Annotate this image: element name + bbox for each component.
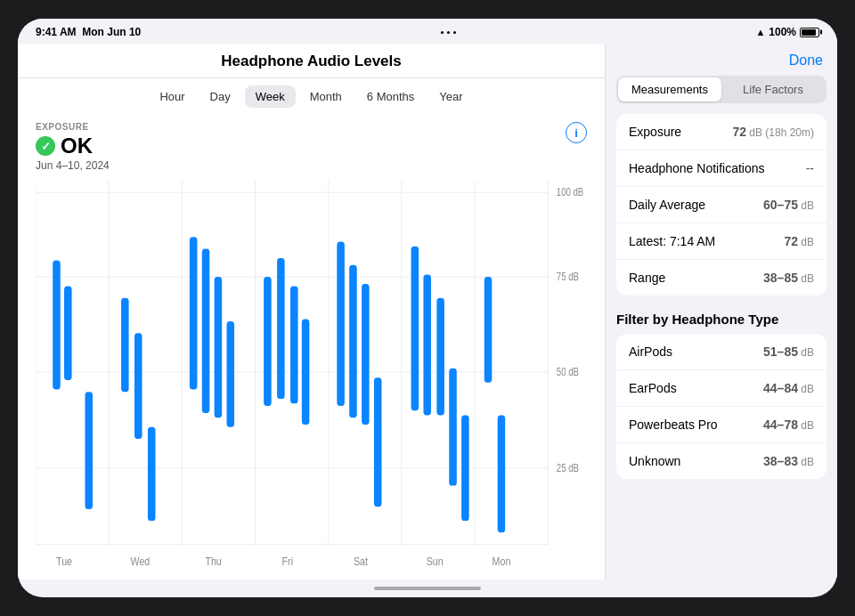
tab-day[interactable]: Day: [200, 85, 241, 108]
svg-rect-39: [461, 416, 469, 522]
seg-measurements[interactable]: Measurements: [618, 77, 721, 101]
exposure-ok-text: OK: [61, 134, 93, 158]
status-bar: 9:41 AM Mon Jun 10 ▲ 100%: [18, 19, 837, 44]
exposure-status-row: ✓ OK: [36, 134, 587, 158]
headphone-value-powerbeats: 44–78 dB: [763, 417, 814, 432]
svg-text:Thu: Thu: [205, 555, 221, 568]
svg-text:50 dB: 50 dB: [557, 366, 579, 377]
metric-value-notifications: --: [806, 161, 814, 175]
metric-row-daily-avg: Daily Average 60–75 dB: [616, 187, 826, 223]
metric-row-notifications: Headphone Notifications --: [616, 150, 826, 187]
metric-value-range: 38–85 dB: [763, 271, 814, 285]
time-tabs: Hour Day Week Month 6 Months Year: [18, 78, 605, 113]
headphone-row-airpods: AirPods 51–85 dB: [616, 334, 826, 370]
page-title-bar: Headphone Audio Levels: [18, 44, 605, 78]
metrics-card: Exposure 72 dB (18h 20m) Headphone Notif…: [616, 114, 826, 296]
headphone-value-unknown: 38–83 dB: [763, 454, 814, 468]
svg-rect-29: [290, 287, 298, 404]
chart-svg: 100 dB 75 dB 50 dB 25 dB: [36, 181, 587, 580]
metric-row-range: Range 38–85 dB: [616, 260, 826, 296]
metric-value-exposure: 72 dB (18h 20m): [732, 125, 814, 139]
headphone-type-card: AirPods 51–85 dB EarPods 44–84 dB Powerb…: [616, 334, 826, 479]
headphone-value-earpods: 44–84 dB: [763, 381, 814, 395]
exposure-label: EXPOSURE: [36, 122, 587, 132]
seg-life-factors[interactable]: Life Factors: [721, 77, 825, 101]
svg-rect-33: [362, 284, 370, 425]
left-panel: Headphone Audio Levels Hour Day Week Mon…: [18, 44, 606, 580]
svg-rect-28: [277, 258, 285, 399]
svg-rect-25: [215, 277, 223, 417]
main-content: Headphone Audio Levels Hour Day Week Mon…: [18, 44, 837, 580]
svg-text:25 dB: 25 dB: [557, 462, 579, 474]
tab-month[interactable]: Month: [299, 85, 353, 108]
battery-icon: [800, 28, 819, 37]
segment-control: Measurements Life Factors: [616, 76, 826, 103]
svg-rect-19: [85, 392, 93, 509]
home-indicator: [18, 580, 837, 597]
metric-label-daily-avg: Daily Average: [629, 198, 705, 212]
check-circle-icon: ✓: [36, 136, 55, 156]
svg-text:Mon: Mon: [493, 555, 511, 568]
svg-text:75 dB: 75 dB: [557, 271, 579, 282]
svg-rect-24: [202, 248, 210, 412]
headphone-label-powerbeats: Powerbeats Pro: [629, 417, 718, 432]
svg-rect-23: [190, 237, 198, 389]
metric-label-exposure: Exposure: [629, 125, 681, 139]
svg-rect-38: [449, 369, 457, 486]
filter-section-title: Filter by Headphone Type: [606, 308, 837, 334]
svg-text:Sat: Sat: [354, 555, 369, 568]
status-time: 9:41 AM Mon Jun 10: [36, 26, 141, 38]
svg-rect-34: [374, 377, 382, 507]
svg-rect-26: [227, 321, 235, 427]
headphone-value-airpods: 51–85 dB: [763, 344, 814, 359]
svg-rect-22: [148, 427, 156, 521]
svg-text:Tue: Tue: [56, 555, 72, 568]
right-header: Done: [606, 44, 837, 76]
svg-text:Fri: Fri: [282, 555, 293, 568]
tab-year[interactable]: Year: [428, 85, 473, 108]
headphone-row-powerbeats: Powerbeats Pro 44–78 dB: [616, 407, 826, 443]
svg-rect-17: [53, 261, 61, 390]
svg-rect-27: [264, 277, 272, 406]
svg-text:Sun: Sun: [427, 555, 444, 568]
headphone-row-earpods: EarPods 44–84 dB: [616, 370, 826, 407]
metric-label-range: Range: [629, 271, 665, 285]
svg-rect-18: [64, 287, 72, 380]
tab-hour[interactable]: Hour: [149, 85, 195, 108]
tab-week[interactable]: Week: [245, 85, 296, 108]
done-button[interactable]: Done: [789, 53, 823, 69]
metric-row-latest: Latest: 7:14 AM 72 dB: [616, 223, 826, 260]
status-center-dots: [441, 31, 456, 34]
svg-text:Wed: Wed: [131, 555, 151, 568]
date-range: Jun 4–10, 2024: [36, 159, 587, 172]
page-title: Headphone Audio Levels: [221, 53, 401, 69]
headphone-row-unknown: Unknown 38–83 dB: [616, 443, 826, 479]
svg-rect-30: [302, 319, 310, 425]
headphone-type-section: Filter by Headphone Type AirPods 51–85 d…: [606, 308, 837, 488]
chart-container: 100 dB 75 dB 50 dB 25 dB: [36, 181, 587, 580]
metric-row-exposure: Exposure 72 dB (18h 20m): [616, 114, 826, 150]
svg-rect-36: [423, 274, 431, 415]
metric-value-latest: 72 dB: [784, 234, 814, 248]
status-right: ▲ 100%: [755, 26, 819, 38]
svg-rect-32: [349, 265, 357, 417]
metric-value-daily-avg: 60–75 dB: [763, 198, 814, 212]
svg-rect-20: [121, 298, 129, 392]
svg-rect-37: [436, 298, 444, 416]
svg-rect-35: [411, 247, 419, 410]
exposure-section: EXPOSURE ✓ OK Jun 4–10, 2024: [36, 122, 587, 172]
tab-6months[interactable]: 6 Months: [356, 85, 425, 108]
headphone-label-earpods: EarPods: [629, 381, 677, 395]
svg-text:100 dB: 100 dB: [557, 186, 583, 198]
battery-percent: 100%: [769, 26, 796, 38]
chart-area: EXPOSURE ✓ OK Jun 4–10, 2024 i: [18, 113, 605, 580]
info-button[interactable]: i: [566, 122, 587, 143]
wifi-icon: ▲: [755, 27, 765, 37]
svg-rect-21: [134, 333, 142, 439]
right-panel: Done Measurements Life Factors Exposure …: [606, 44, 837, 580]
svg-rect-40: [484, 277, 493, 383]
metric-label-notifications: Headphone Notifications: [629, 161, 765, 175]
headphone-label-airpods: AirPods: [629, 344, 672, 359]
device-frame: 9:41 AM Mon Jun 10 ▲ 100% Headphone Audi…: [18, 19, 837, 597]
svg-rect-41: [498, 416, 506, 533]
